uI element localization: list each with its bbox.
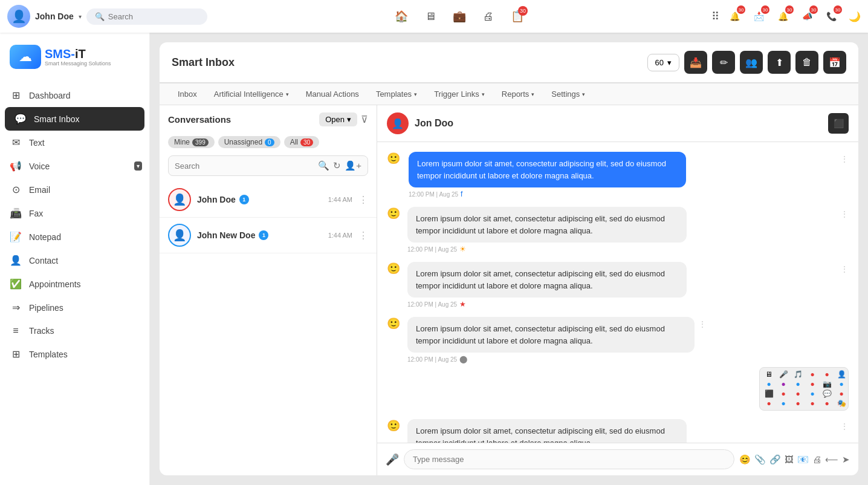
sidebar-item-text[interactable]: ✉ Text bbox=[0, 131, 149, 154]
user-dropdown-arrow[interactable]: ▾ bbox=[79, 13, 82, 20]
tab-templates[interactable]: Templates ▾ bbox=[368, 83, 426, 105]
emoji-24[interactable]: 🎭 bbox=[835, 399, 848, 408]
emoji-22[interactable]: ● bbox=[806, 399, 819, 408]
sidebar-item-notepad[interactable]: 📝 Notepad bbox=[0, 225, 149, 249]
chat-action-square[interactable]: ⬛ bbox=[828, 113, 849, 134]
status-selector[interactable]: Open ▾ bbox=[319, 112, 357, 126]
tab-reports[interactable]: Reports ▾ bbox=[493, 83, 543, 105]
sidebar-item-templates[interactable]: ⊞ Templates bbox=[0, 342, 149, 366]
sidebar-item-appointments[interactable]: ✅ Appointments bbox=[0, 272, 149, 296]
nav-home-btn[interactable]: 🏠 bbox=[395, 10, 408, 23]
emoji-15[interactable]: ● bbox=[791, 389, 805, 398]
conversation-item-john-doe[interactable]: 👤 John Doe 1 1:44 AM ⋮ bbox=[160, 182, 377, 218]
global-search-bar[interactable]: 🔍 bbox=[86, 8, 207, 25]
print-btn[interactable]: 🖨 bbox=[812, 454, 821, 465]
sidebar-item-fax[interactable]: 📠 Fax bbox=[0, 201, 149, 225]
emoji-10[interactable]: ● bbox=[806, 380, 819, 388]
tab-inbox[interactable]: Inbox bbox=[169, 83, 206, 105]
alerts-btn[interactable]: 🔔 30 bbox=[774, 7, 792, 25]
delete-action-btn[interactable]: 🗑 bbox=[795, 51, 818, 74]
message-more-5[interactable]: ⋮ bbox=[840, 422, 849, 431]
search-submit-icon[interactable]: 🔍 bbox=[318, 160, 329, 171]
mic-btn[interactable]: 🎤 bbox=[386, 453, 399, 466]
conv-more-john-new-doe[interactable]: ⋮ bbox=[358, 230, 368, 241]
conv-more-john-doe[interactable]: ⋮ bbox=[358, 194, 368, 206]
send-btn[interactable]: ➤ bbox=[842, 454, 850, 465]
emoji-2[interactable]: 🎤 bbox=[777, 370, 790, 379]
emoji-23[interactable]: ● bbox=[820, 399, 834, 408]
emoji-18[interactable]: ● bbox=[835, 389, 848, 398]
refresh-icon[interactable]: ↻ bbox=[333, 160, 341, 171]
sidebar-item-contact[interactable]: 👤 Contact bbox=[0, 249, 149, 272]
tab-ai[interactable]: Artificial Intelligence ▾ bbox=[206, 83, 297, 105]
emoji-5[interactable]: ● bbox=[820, 370, 834, 379]
share-btn[interactable]: ⟵ bbox=[825, 454, 838, 465]
emoji-7[interactable]: ● bbox=[762, 380, 776, 388]
nav-monitor-btn[interactable]: 🖥 bbox=[425, 10, 436, 23]
messages-btn[interactable]: 📩 30 bbox=[750, 7, 768, 25]
grid-icon[interactable]: ⠿ bbox=[711, 10, 719, 23]
message-input[interactable] bbox=[404, 449, 734, 469]
add-contact-icon[interactable]: 👤+ bbox=[345, 160, 361, 171]
filter-btn[interactable]: ⊽ bbox=[361, 114, 368, 125]
filter-all[interactable]: All 30 bbox=[284, 136, 319, 148]
emoji-4[interactable]: ● bbox=[806, 370, 819, 379]
upload-action-btn[interactable]: ⬆ bbox=[768, 51, 791, 74]
user-avatar[interactable]: 👤 bbox=[7, 5, 30, 28]
tab-trigger-links[interactable]: Trigger Links ▾ bbox=[426, 83, 493, 105]
emoji-3[interactable]: 🎵 bbox=[791, 370, 805, 379]
image-btn[interactable]: 🖼 bbox=[785, 454, 794, 465]
tab-settings[interactable]: Settings ▾ bbox=[543, 83, 594, 105]
notifications-btn[interactable]: 🔔 30 bbox=[725, 7, 743, 25]
edit-action-btn[interactable]: ✏ bbox=[712, 51, 735, 74]
message-more-4[interactable]: ⋮ bbox=[698, 319, 707, 329]
megaphone-btn[interactable]: 📣 30 bbox=[798, 7, 816, 25]
nav-briefcase-btn[interactable]: 💼 bbox=[453, 10, 466, 23]
link-btn[interactable]: 🔗 bbox=[769, 454, 781, 465]
emoji-13[interactable]: ⬛ bbox=[762, 389, 776, 398]
sidebar-item-voice[interactable]: 📢 Voice ▾ bbox=[0, 154, 149, 178]
emoji-9[interactable]: ● bbox=[791, 380, 805, 388]
count-selector[interactable]: 60 ▾ bbox=[647, 54, 679, 71]
message-more-2[interactable]: ⋮ bbox=[840, 209, 849, 219]
users-action-btn[interactable]: 👥 bbox=[740, 51, 763, 74]
attach-btn[interactable]: 📎 bbox=[754, 454, 766, 465]
media-btn[interactable]: 📧 bbox=[797, 454, 809, 465]
nav-print-btn[interactable]: 🖨 bbox=[483, 10, 494, 23]
conversations-search-input[interactable] bbox=[175, 161, 314, 171]
emoji-20[interactable]: ● bbox=[777, 399, 790, 408]
search-input[interactable] bbox=[108, 12, 199, 21]
message-more-3[interactable]: ⋮ bbox=[840, 264, 849, 274]
notifications-badge: 30 bbox=[737, 5, 745, 14]
filter-unassigned[interactable]: Unassigned 0 bbox=[218, 136, 280, 148]
message-more-1[interactable]: ⋮ bbox=[840, 154, 849, 164]
sidebar-item-smart-inbox[interactable]: 💬 Smart Inbox bbox=[5, 107, 144, 131]
unread-indicator: 1 bbox=[239, 195, 249, 204]
emoji-11[interactable]: 📷 bbox=[820, 380, 834, 388]
calendar-action-btn[interactable]: 📅 bbox=[823, 51, 846, 74]
emoji-12[interactable]: ● bbox=[835, 380, 848, 388]
emoji-1[interactable]: 🖥 bbox=[762, 370, 776, 379]
emoji-21[interactable]: ● bbox=[791, 399, 805, 408]
emoji-6[interactable]: 👤 bbox=[835, 370, 848, 379]
emoji-14[interactable]: ● bbox=[777, 389, 790, 398]
emoji-17[interactable]: 💬 bbox=[820, 389, 834, 398]
inbox-action-btn[interactable]: 📥 bbox=[684, 51, 707, 74]
tab-manual[interactable]: Manual Actions bbox=[297, 83, 368, 105]
dark-mode-toggle[interactable]: 🌙 bbox=[849, 11, 861, 22]
conversation-item-john-new-doe[interactable]: 👤 John New Doe 1 1:44 AM ⋮ bbox=[160, 218, 377, 253]
sidebar-item-pipelines[interactable]: ⇒ Pipelines bbox=[0, 296, 149, 319]
sidebar-item-dashboard[interactable]: ⊞ Dashboard bbox=[0, 83, 149, 107]
emoji-8[interactable]: ● bbox=[777, 380, 790, 388]
voice-expand-arrow[interactable]: ▾ bbox=[134, 161, 142, 171]
conversations-search-bar[interactable]: 🔍 ↻ 👤+ bbox=[168, 155, 368, 176]
emoji-picker-btn[interactable]: 😊 bbox=[739, 454, 751, 465]
emoji-19[interactable]: ● bbox=[762, 399, 776, 408]
sidebar-label-tracks: Tracks bbox=[29, 326, 54, 336]
sidebar-item-tracks[interactable]: ≡ Tracks bbox=[0, 319, 149, 342]
sidebar-item-email[interactable]: ⊙ Email bbox=[0, 178, 149, 201]
emoji-16[interactable]: ● bbox=[806, 389, 819, 398]
nav-list-btn[interactable]: 📋 30 bbox=[511, 10, 524, 23]
filter-mine[interactable]: Mine 399 bbox=[168, 136, 215, 148]
phone-btn[interactable]: 📞 30 bbox=[822, 7, 840, 25]
